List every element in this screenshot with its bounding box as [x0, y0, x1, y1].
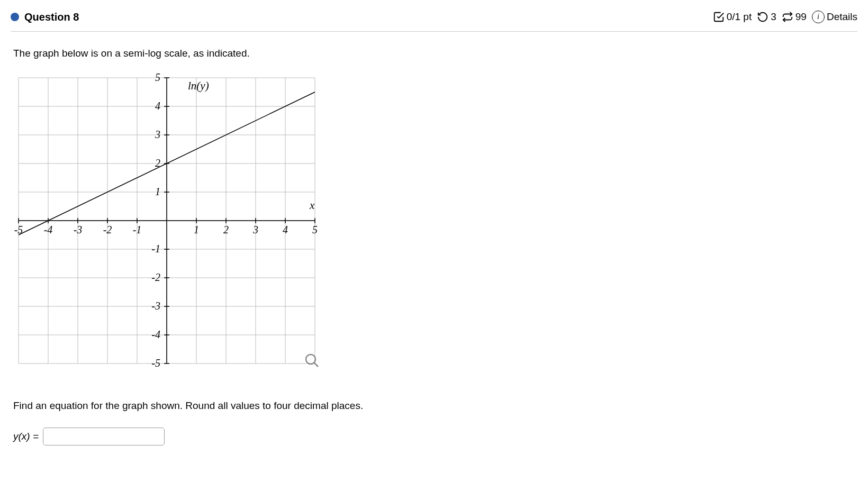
question-title-group: Question 8: [11, 11, 79, 23]
content-area: The graph below is on a semi-log scale, …: [11, 48, 857, 445]
retry-icon: [757, 11, 768, 23]
details-group[interactable]: i Details: [812, 11, 857, 23]
semi-log-chart: -5-4-3-2-112345-5-4-3-2-112345ln(y)x: [13, 72, 333, 382]
answer-label: y(x) =: [13, 431, 39, 442]
svg-text:-1: -1: [151, 243, 160, 254]
svg-text:-2: -2: [103, 224, 112, 235]
svg-text:-3: -3: [151, 300, 160, 312]
question-stats: 0/1 pt 3 99 i Details: [713, 11, 857, 23]
svg-text:-4: -4: [44, 224, 53, 235]
graph: -5-4-3-2-112345-5-4-3-2-112345ln(y)x: [13, 72, 857, 384]
status-bullet-icon: [11, 13, 19, 21]
attempts-group: 3: [757, 11, 776, 23]
svg-text:2: 2: [223, 224, 229, 235]
svg-text:3: 3: [155, 129, 160, 140]
svg-text:3: 3: [252, 224, 258, 235]
svg-text:4: 4: [155, 100, 160, 112]
swap-icon: [782, 11, 793, 23]
svg-text:1: 1: [155, 186, 160, 197]
svg-text:ln(y): ln(y): [188, 79, 209, 92]
svg-text:-4: -4: [151, 329, 160, 340]
answer-row: y(x) =: [13, 428, 857, 445]
points-group: 0/1 pt: [713, 11, 752, 23]
svg-text:1: 1: [194, 224, 199, 235]
svg-text:-3: -3: [74, 224, 83, 235]
checkbox-icon: [713, 11, 725, 23]
svg-text:-5: -5: [151, 357, 160, 369]
instruction-text: Find an equation for the graph shown. Ro…: [13, 400, 857, 412]
svg-text:5: 5: [155, 72, 160, 83]
answer-input[interactable]: [43, 428, 165, 445]
svg-text:5: 5: [312, 224, 318, 235]
svg-text:-2: -2: [151, 271, 160, 283]
retries-text: 99: [795, 11, 807, 23]
intro-text: The graph below is on a semi-log scale, …: [13, 48, 857, 59]
svg-text:x: x: [309, 199, 315, 212]
retries-group: 99: [782, 11, 807, 23]
svg-text:-1: -1: [133, 224, 142, 235]
svg-text:4: 4: [283, 224, 288, 235]
details-text: Details: [827, 11, 857, 23]
attempts-text: 3: [771, 11, 776, 23]
svg-point-67: [306, 354, 315, 364]
svg-line-68: [314, 363, 318, 367]
info-icon: i: [812, 11, 825, 23]
question-header: Question 8 0/1 pt 3 99: [11, 5, 857, 32]
question-title: Question 8: [24, 11, 79, 23]
points-text: 0/1 pt: [727, 11, 752, 23]
